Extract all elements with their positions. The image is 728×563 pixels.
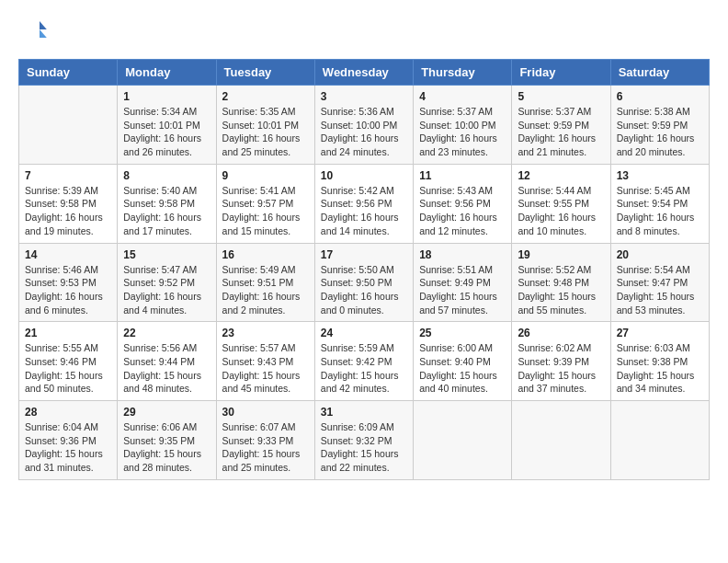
day-number: 28 xyxy=(25,406,111,419)
day-info: Sunrise: 5:34 AM Sunset: 10:01 PM Daylig… xyxy=(123,105,210,159)
day-info: Sunrise: 5:59 AM Sunset: 9:42 PM Dayligh… xyxy=(321,341,407,396)
day-info: Sunrise: 5:43 AM Sunset: 9:56 PM Dayligh… xyxy=(419,184,506,238)
day-info: Sunrise: 6:03 AM Sunset: 9:38 PM Dayligh… xyxy=(617,341,703,396)
weekday-header-tuesday: Tuesday xyxy=(216,60,314,86)
day-number: 14 xyxy=(25,248,111,261)
calendar-cell: 3Sunrise: 5:36 AM Sunset: 10:00 PM Dayli… xyxy=(314,86,413,165)
day-number: 24 xyxy=(321,327,407,339)
calendar-cell: 24Sunrise: 5:59 AM Sunset: 9:42 PM Dayli… xyxy=(314,322,413,401)
calendar-cell: 28Sunrise: 6:04 AM Sunset: 9:36 PM Dayli… xyxy=(19,401,118,480)
calendar-week-row: 14Sunrise: 5:46 AM Sunset: 9:53 PM Dayli… xyxy=(19,243,710,322)
day-number: 11 xyxy=(419,169,506,182)
weekday-header-monday: Monday xyxy=(118,60,216,86)
day-info: Sunrise: 5:36 AM Sunset: 10:00 PM Daylig… xyxy=(321,105,407,159)
day-number: 7 xyxy=(25,169,111,182)
day-info: Sunrise: 5:57 AM Sunset: 9:43 PM Dayligh… xyxy=(222,341,309,396)
calendar-cell: 17Sunrise: 5:50 AM Sunset: 9:50 PM Dayli… xyxy=(314,243,413,322)
svg-marker-1 xyxy=(40,29,47,38)
day-info: Sunrise: 5:37 AM Sunset: 9:59 PM Dayligh… xyxy=(518,105,604,159)
day-number: 25 xyxy=(419,327,506,339)
calendar-cell: 16Sunrise: 5:49 AM Sunset: 9:51 PM Dayli… xyxy=(216,243,314,322)
day-number: 30 xyxy=(222,406,309,419)
day-info: Sunrise: 6:02 AM Sunset: 9:39 PM Dayligh… xyxy=(518,341,604,396)
weekday-header-sunday: Sunday xyxy=(19,60,118,86)
calendar-cell xyxy=(414,401,512,480)
day-number: 31 xyxy=(321,406,407,419)
calendar-cell: 22Sunrise: 5:56 AM Sunset: 9:44 PM Dayli… xyxy=(118,322,216,401)
day-number: 29 xyxy=(123,406,210,419)
calendar-cell: 10Sunrise: 5:42 AM Sunset: 9:56 PM Dayli… xyxy=(314,164,413,243)
day-number: 23 xyxy=(222,327,309,339)
day-info: Sunrise: 5:46 AM Sunset: 9:53 PM Dayligh… xyxy=(25,263,111,317)
weekday-header-saturday: Saturday xyxy=(610,60,709,86)
day-info: Sunrise: 6:09 AM Sunset: 9:32 PM Dayligh… xyxy=(321,420,407,475)
calendar-cell: 29Sunrise: 6:06 AM Sunset: 9:35 PM Dayli… xyxy=(118,401,216,480)
calendar-cell: 5Sunrise: 5:37 AM Sunset: 9:59 PM Daylig… xyxy=(512,86,610,165)
day-info: Sunrise: 6:07 AM Sunset: 9:33 PM Dayligh… xyxy=(222,420,309,475)
day-number: 5 xyxy=(518,90,604,103)
calendar-cell: 7Sunrise: 5:39 AM Sunset: 9:58 PM Daylig… xyxy=(19,164,118,243)
calendar-table: SundayMondayTuesdayWednesdayThursdayFrid… xyxy=(18,59,710,480)
calendar-cell: 6Sunrise: 5:38 AM Sunset: 9:59 PM Daylig… xyxy=(610,86,709,165)
day-info: Sunrise: 5:47 AM Sunset: 9:52 PM Dayligh… xyxy=(123,263,210,317)
day-info: Sunrise: 6:06 AM Sunset: 9:35 PM Dayligh… xyxy=(123,420,210,475)
day-number: 13 xyxy=(617,169,703,182)
calendar-week-row: 1Sunrise: 5:34 AM Sunset: 10:01 PM Dayli… xyxy=(19,86,710,165)
calendar-cell: 30Sunrise: 6:07 AM Sunset: 9:33 PM Dayli… xyxy=(216,401,314,480)
day-info: Sunrise: 5:38 AM Sunset: 9:59 PM Dayligh… xyxy=(617,105,703,159)
weekday-header-wednesday: Wednesday xyxy=(314,60,413,86)
calendar-cell xyxy=(19,86,118,165)
day-info: Sunrise: 5:55 AM Sunset: 9:46 PM Dayligh… xyxy=(25,341,111,396)
day-number: 4 xyxy=(419,90,506,103)
calendar-cell: 23Sunrise: 5:57 AM Sunset: 9:43 PM Dayli… xyxy=(216,322,314,401)
day-info: Sunrise: 5:51 AM Sunset: 9:49 PM Dayligh… xyxy=(419,263,506,317)
day-info: Sunrise: 5:45 AM Sunset: 9:54 PM Dayligh… xyxy=(617,184,703,238)
day-number: 18 xyxy=(419,248,506,261)
day-number: 2 xyxy=(222,90,309,103)
calendar-cell: 11Sunrise: 5:43 AM Sunset: 9:56 PM Dayli… xyxy=(414,164,512,243)
calendar-cell: 2Sunrise: 5:35 AM Sunset: 10:01 PM Dayli… xyxy=(216,86,314,165)
calendar-cell: 19Sunrise: 5:52 AM Sunset: 9:48 PM Dayli… xyxy=(512,243,610,322)
calendar-cell: 9Sunrise: 5:41 AM Sunset: 9:57 PM Daylig… xyxy=(216,164,314,243)
day-info: Sunrise: 5:41 AM Sunset: 9:57 PM Dayligh… xyxy=(222,184,309,238)
day-number: 20 xyxy=(617,248,703,261)
day-number: 26 xyxy=(518,327,604,339)
day-number: 21 xyxy=(25,327,111,339)
day-info: Sunrise: 5:37 AM Sunset: 10:00 PM Daylig… xyxy=(419,105,506,159)
day-number: 3 xyxy=(321,90,407,103)
svg-marker-0 xyxy=(40,21,47,29)
calendar-cell: 31Sunrise: 6:09 AM Sunset: 9:32 PM Dayli… xyxy=(314,401,413,480)
calendar-week-row: 7Sunrise: 5:39 AM Sunset: 9:58 PM Daylig… xyxy=(19,164,710,243)
day-number: 22 xyxy=(123,327,210,339)
calendar-cell: 15Sunrise: 5:47 AM Sunset: 9:52 PM Dayli… xyxy=(118,243,216,322)
calendar-cell: 4Sunrise: 5:37 AM Sunset: 10:00 PM Dayli… xyxy=(414,86,512,165)
calendar-cell: 21Sunrise: 5:55 AM Sunset: 9:46 PM Dayli… xyxy=(19,322,118,401)
calendar-cell: 26Sunrise: 6:02 AM Sunset: 9:39 PM Dayli… xyxy=(512,322,610,401)
calendar-cell: 20Sunrise: 5:54 AM Sunset: 9:47 PM Dayli… xyxy=(610,243,709,322)
calendar-cell: 27Sunrise: 6:03 AM Sunset: 9:38 PM Dayli… xyxy=(610,322,709,401)
calendar-cell: 12Sunrise: 5:44 AM Sunset: 9:55 PM Dayli… xyxy=(512,164,610,243)
day-info: Sunrise: 5:50 AM Sunset: 9:50 PM Dayligh… xyxy=(321,263,407,317)
day-number: 17 xyxy=(321,248,407,261)
day-number: 8 xyxy=(123,169,210,182)
day-info: Sunrise: 6:04 AM Sunset: 9:36 PM Dayligh… xyxy=(25,420,111,475)
day-info: Sunrise: 5:44 AM Sunset: 9:55 PM Dayligh… xyxy=(518,184,604,238)
calendar-cell: 8Sunrise: 5:40 AM Sunset: 9:58 PM Daylig… xyxy=(118,164,216,243)
calendar-cell xyxy=(610,401,709,480)
day-number: 10 xyxy=(321,169,407,182)
day-number: 9 xyxy=(222,169,309,182)
day-info: Sunrise: 5:39 AM Sunset: 9:58 PM Dayligh… xyxy=(25,184,111,238)
day-number: 19 xyxy=(518,248,604,261)
day-number: 6 xyxy=(617,90,703,103)
calendar-cell: 18Sunrise: 5:51 AM Sunset: 9:49 PM Dayli… xyxy=(414,243,512,322)
page-header xyxy=(18,18,710,50)
day-info: Sunrise: 5:52 AM Sunset: 9:48 PM Dayligh… xyxy=(518,263,604,317)
calendar-cell: 1Sunrise: 5:34 AM Sunset: 10:01 PM Dayli… xyxy=(118,86,216,165)
calendar-cell: 25Sunrise: 6:00 AM Sunset: 9:40 PM Dayli… xyxy=(414,322,512,401)
calendar-week-row: 28Sunrise: 6:04 AM Sunset: 9:36 PM Dayli… xyxy=(19,401,710,480)
day-number: 16 xyxy=(222,248,309,261)
day-info: Sunrise: 5:35 AM Sunset: 10:01 PM Daylig… xyxy=(222,105,309,159)
day-info: Sunrise: 5:42 AM Sunset: 9:56 PM Dayligh… xyxy=(321,184,407,238)
day-info: Sunrise: 5:49 AM Sunset: 9:51 PM Dayligh… xyxy=(222,263,309,317)
calendar-cell: 13Sunrise: 5:45 AM Sunset: 9:54 PM Dayli… xyxy=(610,164,709,243)
